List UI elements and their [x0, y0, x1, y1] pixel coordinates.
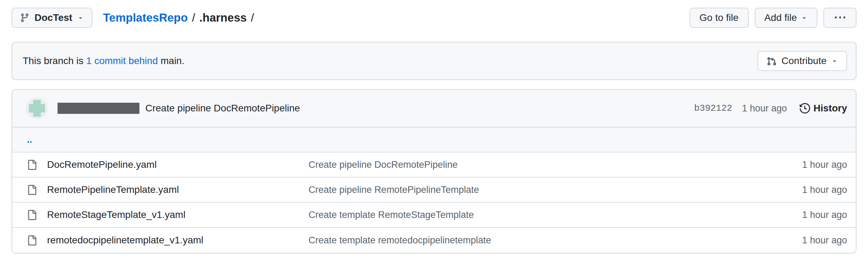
commit-timestamp: 1 hour ago	[742, 103, 787, 114]
breadcrumb-separator: /	[192, 11, 195, 24]
branch-selector-label: DocTest	[35, 12, 72, 23]
toolbar-actions: Go to file Add file	[690, 8, 856, 28]
file-icon	[27, 235, 47, 245]
contribute-icon	[767, 56, 777, 66]
file-browser-table: Create pipeline DocRemotePipeline b39212…	[12, 89, 856, 253]
breadcrumb: TemplatesRepo / .harness /	[103, 11, 258, 24]
file-name-link[interactable]: DocRemotePipeline.yaml	[47, 159, 309, 170]
file-age: 1 hour ago	[802, 235, 847, 246]
identicon-shape	[33, 100, 41, 117]
breadcrumb-trailing-separator: /	[251, 11, 254, 24]
breadcrumb-repo-link[interactable]: TemplatesRepo	[103, 11, 188, 24]
file-commit-message-link[interactable]: Create pipeline RemotePipelineTemplate	[309, 185, 802, 195]
table-row[interactable]: RemoteStageTemplate_v1.yaml Create templ…	[12, 203, 856, 228]
branch-status-suffix: main.	[161, 55, 184, 66]
history-icon	[800, 103, 810, 114]
commits-behind-link[interactable]: 1 commit behind	[86, 55, 158, 66]
file-commit-message-link[interactable]: Create template RemoteStageTemplate	[309, 210, 802, 220]
contribute-label: Contribute	[782, 55, 827, 66]
file-name-link[interactable]: remotedocpipelinetemplate_v1.yaml	[47, 235, 309, 246]
triangle-down-icon	[801, 14, 808, 21]
branch-status-banner: This branch is1 commit behindmain. Contr…	[12, 42, 856, 80]
file-icon	[27, 210, 47, 220]
file-icon	[27, 185, 47, 195]
parent-directory-link[interactable]: ..	[27, 134, 32, 145]
branch-status-text: This branch is1 commit behindmain.	[23, 55, 184, 66]
more-options-button[interactable]	[823, 8, 856, 28]
file-age: 1 hour ago	[802, 159, 847, 170]
repo-toolbar: DocTest TemplatesRepo / .harness / Go to…	[12, 8, 856, 28]
avatar[interactable]	[26, 97, 48, 119]
latest-commit-message[interactable]: Create pipeline DocRemotePipeline	[145, 103, 300, 114]
table-row[interactable]: remotedocpipelinetemplate_v1.yaml Create…	[12, 228, 856, 253]
latest-commit-meta: b392122 1 hour ago History	[694, 103, 847, 114]
history-label: History	[814, 103, 847, 114]
latest-commit-header: Create pipeline DocRemotePipeline b39212…	[12, 90, 856, 127]
file-commit-message-link[interactable]: Create pipeline DocRemotePipeline	[309, 159, 802, 170]
kebab-horizontal-icon	[835, 13, 845, 23]
triangle-down-icon	[77, 14, 84, 21]
table-row[interactable]: RemotePipelineTemplate.yaml Create pipel…	[12, 178, 856, 203]
git-branch-icon	[20, 13, 30, 23]
commit-sha-link[interactable]: b392122	[694, 103, 732, 114]
file-icon	[27, 160, 47, 170]
file-commit-message-link[interactable]: Create template remotedocpipelinetemplat…	[309, 235, 802, 246]
triangle-down-icon	[831, 57, 838, 64]
breadcrumb-current-path: .harness	[199, 11, 247, 24]
add-file-button[interactable]: Add file	[755, 8, 817, 28]
add-file-label: Add file	[764, 12, 797, 23]
redacted-author-name	[58, 103, 139, 114]
table-row[interactable]: DocRemotePipeline.yaml Create pipeline D…	[12, 152, 856, 178]
file-name-link[interactable]: RemoteStageTemplate_v1.yaml	[47, 209, 309, 220]
contribute-button[interactable]: Contribute	[757, 51, 847, 71]
file-age: 1 hour ago	[802, 210, 847, 220]
file-age: 1 hour ago	[802, 185, 847, 195]
history-link[interactable]: History	[800, 103, 847, 114]
file-name-link[interactable]: RemotePipelineTemplate.yaml	[47, 184, 309, 195]
branch-selector-button[interactable]: DocTest	[12, 8, 92, 28]
parent-directory-row[interactable]: ..	[12, 127, 856, 152]
go-to-file-label: Go to file	[700, 12, 739, 23]
go-to-file-button[interactable]: Go to file	[690, 8, 749, 28]
branch-status-prefix: This branch is	[23, 55, 83, 66]
